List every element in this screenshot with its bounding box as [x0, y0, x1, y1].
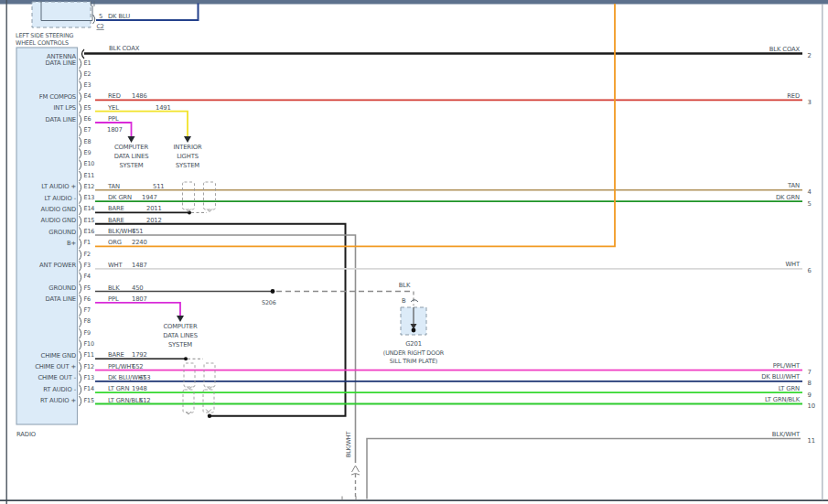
system-ref-text: LIGHTS — [177, 153, 199, 160]
stub-label-10: LT GRN/BLK — [765, 396, 801, 403]
wire-color-label-E13: DK GRN — [108, 194, 132, 201]
page-top-border — [0, 0, 828, 5]
pin-id-E16: E16 — [84, 228, 95, 235]
pin-id-F12: F12 — [84, 363, 94, 370]
pin-func-E4: FM COMPOS — [39, 93, 76, 101]
stub-label-2: BLK COAX — [769, 46, 801, 53]
stub-number-5: 5 — [808, 200, 812, 208]
page-left-border — [6, 0, 7, 504]
stub-number-2: 2 — [808, 52, 812, 59]
wire-color-label-E15: BARE — [108, 217, 124, 224]
wire-color-label-E14: BARE — [108, 205, 124, 212]
ground-wire-label: BLK — [399, 282, 411, 289]
stub-label-5: DK GRN — [776, 194, 800, 201]
pin-id-E9: E9 — [84, 149, 91, 156]
circuit-number-E4: 1486 — [132, 92, 147, 100]
pin-func-E14: AUDIO GND — [40, 206, 76, 213]
steering-pin-number: 5 — [99, 13, 102, 20]
pin-id-E2: E2 — [84, 70, 91, 78]
pin-func-F13: CHIME OUT - — [38, 374, 76, 381]
wire-label-blk-coax-left: BLK COAX — [109, 45, 140, 52]
circuit-number-F6: 1807 — [132, 295, 147, 303]
wiring-diagram-page: 5DK BLUC2LEFT SIDE STEERINGWHEEL CONTROL… — [0, 0, 828, 504]
stub-number-7: 7 — [808, 369, 812, 376]
pin-func-F3: ANT POWER — [39, 262, 76, 269]
wire-color-label-F15: LT GRN/BLK — [108, 397, 144, 404]
pin-func-F6: DATA LINE — [46, 295, 77, 303]
ground-location-line1: (UNDER RIGHT DOOR — [383, 349, 445, 357]
pin-func-F1: B+ — [67, 240, 76, 247]
system-ref-text: COMPUTER — [114, 144, 148, 151]
steering-label-line2: WHEEL CONTROLS — [16, 39, 69, 47]
splice-s206-label: S206 — [262, 299, 276, 306]
stub-label-9: LT GRN — [779, 385, 800, 392]
circuit-number-F5: 450 — [132, 284, 144, 292]
pin-id-E12: E12 — [84, 183, 95, 190]
pin-id-E11: E11 — [84, 172, 95, 179]
pin-func-F12: CHIME OUT + — [35, 363, 76, 370]
wire-color-label-F14: LT GRN — [108, 385, 129, 392]
pin-id-E14: E14 — [84, 205, 95, 212]
wire-color-label-E6: PPL — [108, 115, 119, 123]
wire-color-label-E4: RED — [108, 92, 121, 100]
wire-color-label-F5: BLK — [108, 284, 120, 292]
wire-color-label-F6: PPL — [108, 295, 119, 303]
circuit-number-E14: 2011 — [146, 205, 162, 212]
pin-id-F9: F9 — [84, 329, 91, 337]
system-ref-text: DATA LINES — [163, 332, 198, 339]
ground-location-line2: SILL TRIM PLATE) — [390, 358, 437, 365]
pin-id-F2: F2 — [84, 251, 91, 258]
stub-number-6: 6 — [808, 267, 812, 274]
connector-c2-label: C2 — [97, 23, 104, 30]
circuit-number-F1: 2240 — [132, 239, 147, 246]
pin-id-E5: E5 — [84, 104, 91, 112]
stub-label-8: DK BLU/WHT — [761, 373, 801, 381]
system-ref-text: SYSTEM — [176, 162, 199, 169]
pin-id-F15: F15 — [84, 397, 94, 404]
offpage-wire-label-vertical: BLK/WHT — [345, 431, 352, 457]
stub-number-11: 11 — [808, 437, 815, 445]
pin-func-E16: GROUND — [48, 229, 76, 236]
wire-color-label-F1: ORG — [108, 239, 122, 246]
stub-label-11: BLK/WHT — [772, 431, 801, 438]
circuit-number-F11: 1792 — [132, 351, 147, 359]
stub-label-6: WHT — [785, 261, 801, 268]
splice-s206-dot — [271, 289, 275, 294]
pin-id-F14: F14 — [84, 385, 94, 392]
pin-id-F5: F5 — [84, 284, 91, 292]
pin-func-E15: AUDIO GND — [40, 217, 76, 224]
ground-g201-label: G201 — [405, 340, 422, 348]
pin-id-E8: E8 — [84, 138, 91, 145]
circuit-note-E7: 1807 — [107, 126, 123, 134]
page-right-border — [822, 4, 823, 500]
stub-number-9: 9 — [808, 391, 812, 399]
page-background — [0, 0, 828, 504]
stub-label-7: PPL/WHT — [773, 362, 801, 370]
pin-func-E12: LT AUDIO + — [41, 183, 76, 190]
pin-id-F7: F7 — [84, 306, 91, 314]
pin-id-E4: E4 — [84, 92, 91, 100]
ground-point-dot — [412, 328, 416, 333]
stub-label-3: RED — [787, 92, 800, 100]
pin-func-F15: RT AUDIO + — [40, 397, 76, 404]
wire-color-label-E12: TAN — [107, 183, 120, 190]
circuit-number-F14: 1948 — [132, 385, 147, 392]
pin-id-F3: F3 — [84, 262, 91, 269]
pin-id-F6: F6 — [84, 295, 91, 303]
wire-color-label-E5: YEL — [107, 104, 119, 112]
pin-id-F11: F11 — [84, 351, 94, 359]
radio-wiring-diagram: 5DK BLUC2LEFT SIDE STEERINGWHEEL CONTROL… — [0, 0, 828, 504]
pin-id-E7: E7 — [84, 126, 91, 134]
stub-number-8: 8 — [808, 380, 812, 387]
pin-id-F1: F1 — [84, 239, 91, 246]
pin-id-E3: E3 — [84, 81, 91, 89]
wire-color-label-F3: WHT — [108, 262, 124, 269]
pin-func-E13: LT AUDIO - — [45, 195, 77, 202]
steering-wire-label: DK BLU — [108, 13, 130, 20]
shield-drain-dot-f15 — [208, 414, 211, 418]
pin-id-E13: E13 — [84, 194, 95, 201]
circuit-number-F15: 512 — [139, 397, 151, 404]
pin-func-E1: DATA LINE — [46, 59, 77, 67]
stub-label-4: TAN — [787, 182, 800, 189]
stub-number-3: 3 — [808, 99, 812, 106]
